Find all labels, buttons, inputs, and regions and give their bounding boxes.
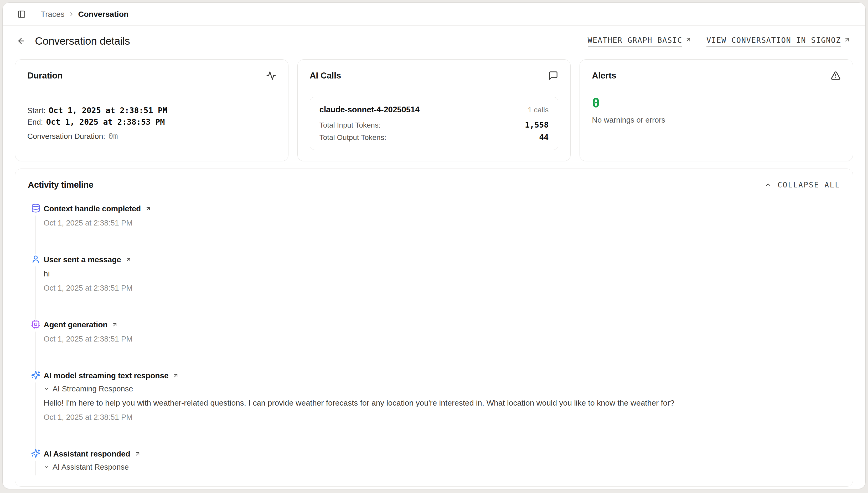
model-calls-count: 1 calls (528, 106, 549, 114)
alerts-count: 0 (592, 96, 841, 110)
arrow-up-right-icon (135, 451, 141, 457)
timeline-item-link[interactable]: User sent a message (44, 254, 840, 265)
conversation-duration-label: Conversation Duration: (27, 130, 105, 142)
ai-calls-card-title: AI Calls (310, 71, 341, 81)
start-value: Oct 1, 2025 at 2:38:51 PM (48, 105, 167, 116)
breadcrumb-traces[interactable]: Traces (41, 10, 65, 19)
timeline-item-message: hi (44, 269, 840, 279)
arrow-up-right-icon (145, 206, 151, 212)
activity-timeline-card: Activity timeline COLLAPSE ALL (15, 169, 853, 487)
arrow-up-right-icon (172, 372, 179, 379)
stat-cards-row: Duration Start: Oct 1, 2025 at 2:38:51 P… (15, 59, 853, 158)
timeline-item-timestamp: Oct 1, 2025 at 2:38:51 PM (44, 334, 840, 344)
weather-graph-basic-link[interactable]: WEATHER GRAPH BASIC (588, 36, 692, 46)
timeline-item-timestamp: Oct 1, 2025 at 2:38:51 PM (44, 412, 840, 422)
assistant-response-toggle[interactable]: AI Assistant Response (44, 462, 840, 472)
model-usage-box: claude-sonnet-4-20250514 1 calls Total I… (310, 97, 559, 150)
view-conversation-signoz-link[interactable]: VIEW CONVERSATION IN SIGNOZ (706, 36, 850, 46)
ai-calls-card: AI Calls claude-sonnet-4-20250514 1 call… (297, 59, 571, 161)
sidebar-toggle-button[interactable] (15, 8, 28, 20)
arrow-up-right-icon (112, 322, 118, 328)
start-label: Start: (27, 105, 45, 116)
arrow-up-right-icon (685, 36, 692, 43)
timeline-item: User sent a message hi Oct 1, 2025 at 2:… (28, 254, 840, 320)
input-tokens-value: 1,558 (525, 120, 549, 129)
collapse-all-button[interactable]: COLLAPSE ALL (764, 180, 840, 189)
chevron-down-icon (44, 464, 49, 470)
timeline-title: Activity timeline (28, 180, 94, 190)
timeline-connector (36, 461, 36, 475)
duration-card: Duration Start: Oct 1, 2025 at 2:38:51 P… (15, 59, 288, 161)
timeline-connector (36, 383, 36, 449)
timeline-item-link[interactable]: Agent generation (44, 320, 840, 330)
database-icon (31, 203, 40, 213)
sparkles-icon (31, 370, 40, 380)
alerts-card-title: Alerts (592, 71, 616, 81)
timeline-item: Agent generation Oct 1, 2025 at 2:38:51 … (28, 320, 840, 370)
conversation-duration-row: Conversation Duration: 0m (27, 130, 276, 142)
conversation-duration-value: 0m (108, 130, 118, 142)
sparkles-icon (31, 449, 40, 458)
duration-end-row: End: Oct 1, 2025 at 2:38:53 PM (27, 116, 276, 128)
timeline-item: AI model streaming text response AI Stre… (28, 370, 840, 449)
page-title: Conversation details (35, 35, 130, 47)
input-tokens-label: Total Input Tokens: (319, 121, 381, 129)
output-tokens-label: Total Output Tokens: (319, 133, 387, 142)
chevron-up-icon (764, 181, 772, 189)
model-name: claude-sonnet-4-20250514 (319, 105, 419, 114)
chevron-down-icon (44, 386, 49, 392)
app-window: Traces Conversation Conversation details… (3, 3, 865, 489)
message-square-icon (548, 71, 558, 81)
timeline-item-timestamp: Oct 1, 2025 at 2:38:51 PM (44, 283, 840, 293)
timeline-item-link[interactable]: AI model streaming text response (44, 370, 840, 381)
timeline-connector (36, 266, 36, 320)
user-icon (31, 254, 40, 264)
timeline-item-timestamp: Oct 1, 2025 at 2:38:51 PM (44, 218, 840, 228)
arrow-left-icon (17, 37, 26, 45)
timeline-connector (36, 331, 36, 370)
timeline-list: Context handle completed Oct 1, 2025 at … (28, 203, 840, 475)
activity-icon (266, 71, 276, 81)
output-tokens-value: 44 (539, 133, 549, 142)
alerts-message: No warnings or errors (592, 116, 841, 124)
cpu-icon (31, 320, 40, 329)
arrow-up-right-icon (844, 36, 850, 43)
page-header: Conversation details WEATHER GRAPH BASIC… (15, 35, 850, 47)
duration-card-title: Duration (27, 71, 63, 81)
timeline-item-link[interactable]: Context handle completed (44, 203, 840, 214)
chevron-right-icon (68, 11, 75, 17)
back-button[interactable] (15, 35, 27, 47)
arrow-up-right-icon (125, 256, 131, 263)
topbar: Traces Conversation (3, 3, 865, 26)
breadcrumb-current: Conversation (78, 10, 129, 19)
timeline-item: Context handle completed Oct 1, 2025 at … (28, 203, 840, 254)
alert-triangle-icon (831, 71, 841, 81)
duration-start-row: Start: Oct 1, 2025 at 2:38:51 PM (27, 105, 276, 116)
timeline-item: AI Assistant responded AI Assistant Resp… (28, 449, 840, 475)
end-label: End: (27, 116, 43, 128)
timeline-connector (36, 216, 36, 254)
panel-left-icon (17, 10, 26, 18)
timeline-item-link[interactable]: AI Assistant responded (44, 449, 840, 459)
breadcrumb: Traces Conversation (41, 10, 128, 19)
timeline-item-message: Hello! I'm here to help you with weather… (44, 398, 840, 408)
alerts-card: Alerts 0 No warnings or errors (580, 59, 853, 161)
streaming-response-toggle[interactable]: AI Streaming Response (44, 384, 840, 394)
end-value: Oct 1, 2025 at 2:38:53 PM (46, 116, 165, 128)
